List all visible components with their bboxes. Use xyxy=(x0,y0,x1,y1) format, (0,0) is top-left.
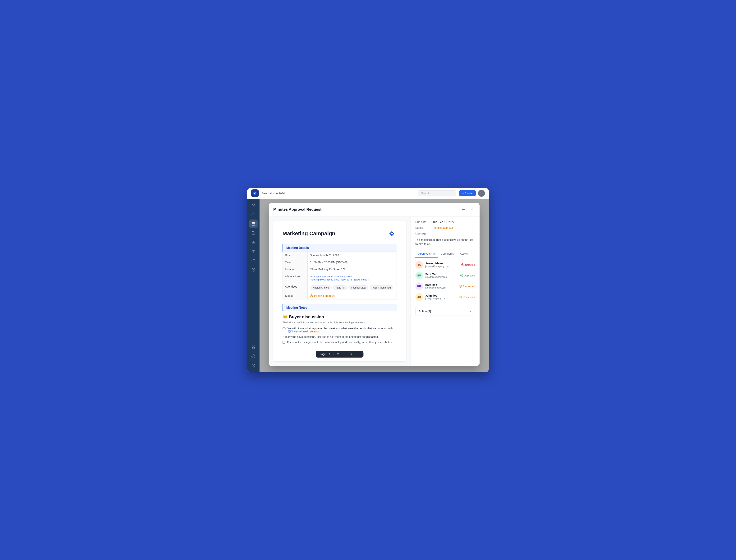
notes-subtitle: Start with a brief introduction and roun… xyxy=(283,321,397,324)
doc-page: Marketing Campaign Meeting Details xyxy=(273,221,406,361)
zoom-out-button[interactable]: − xyxy=(342,352,346,356)
attendee-badge: Fatima Faisal xyxy=(349,285,368,290)
table-row: Location Office, Building 13, Street 266 xyxy=(283,266,397,273)
approver-status: Rejected xyxy=(461,263,475,266)
app-logo xyxy=(251,189,259,197)
modal-header-actions: ••• × xyxy=(460,206,475,213)
message-text: This meeting's purpose is to follow up o… xyxy=(411,238,479,250)
zoom-in-button[interactable]: + xyxy=(356,352,360,356)
requested-icon: ? xyxy=(459,285,462,288)
sidebar-item-calendar[interactable] xyxy=(249,220,258,228)
top-bar-actions: + Create U xyxy=(459,190,485,197)
sidebar-item-clock[interactable] xyxy=(249,266,258,274)
approver-name: John doe xyxy=(425,294,456,297)
approver-info: Sara Matt smatt@company.com xyxy=(425,273,458,278)
bullet-item: • If anyone have questions, feel free to… xyxy=(283,335,397,339)
approver-info: James Adams jadams@company.com xyxy=(425,262,459,268)
status-value: Pending approval xyxy=(432,226,453,229)
sidebar-item-help[interactable] xyxy=(249,361,258,370)
svg-text:?: ? xyxy=(460,285,461,287)
svg-text:?: ? xyxy=(460,296,461,298)
page-total: 2 xyxy=(337,353,339,356)
svg-point-20 xyxy=(350,353,352,355)
user-avatar[interactable]: U xyxy=(478,190,485,197)
svg-rect-0 xyxy=(252,214,255,216)
sidebar-item-grid[interactable] xyxy=(249,343,258,351)
modal-overlay: Minutes Approval Request ••• × xyxy=(260,199,489,372)
sidebar-item-settings[interactable] xyxy=(249,352,258,361)
svg-rect-15 xyxy=(252,347,253,349)
approver-email: jadams@company.com xyxy=(425,265,459,268)
svg-point-16 xyxy=(253,356,254,357)
table-row: adam.ai Link https://platform.adam.ai/me… xyxy=(283,273,397,283)
approved-icon xyxy=(460,274,463,277)
sidebar-item-chart[interactable] xyxy=(249,238,258,246)
sidebar-item-filter[interactable] xyxy=(249,247,258,256)
chevron-down-icon xyxy=(469,310,472,313)
approver-avatar: KR xyxy=(415,282,423,290)
doc-title: Marketing Campaign xyxy=(283,230,335,237)
requested-icon: ? xyxy=(459,295,462,299)
doc-header: Marketing Campaign xyxy=(283,230,397,238)
approver-email: jdoe@company.com xyxy=(425,297,456,300)
approver-item: KR Kate Rob krob@company.com ? xyxy=(415,282,475,290)
action-header[interactable]: Action (2) xyxy=(415,307,475,316)
time-badge: 30 mins xyxy=(309,330,320,333)
table-row: Date Sunday, March 23, 2023 xyxy=(283,252,397,259)
panel-tabs: Approvers (4) Comments Activity xyxy=(411,249,479,258)
attendee-badge: Fahd Ali xyxy=(333,285,347,290)
approver-status: ? Requested xyxy=(459,295,475,299)
document-area: Marketing Campaign Meeting Details xyxy=(269,217,410,366)
sidebar-item-tasks[interactable] xyxy=(249,229,258,237)
adam-link[interactable]: https://platform.adam.ai/meetings/room?m… xyxy=(310,275,369,281)
message-row: Message xyxy=(415,232,475,235)
status-label: Status xyxy=(415,226,432,229)
page-label: Page xyxy=(320,353,326,356)
checkbox-icon[interactable] xyxy=(283,341,285,344)
meeting-details-header: Meeting Details xyxy=(283,244,397,252)
bullet-icon: • xyxy=(283,335,284,339)
notes-title: 🤝 Buyer discussion xyxy=(283,314,397,319)
approver-name: Sara Matt xyxy=(425,273,458,276)
search-input[interactable]: Search xyxy=(418,190,456,196)
modal-title: Minutes Approval Request xyxy=(273,207,460,212)
right-panel: Due date Tue, Feb 16, 2022 Status Pendin… xyxy=(410,217,479,366)
approver-name: James Adams xyxy=(425,262,459,265)
approver-info: John doe jdoe@company.com xyxy=(425,294,456,300)
app-frame: Saudi Vision 2030 Search + Create U xyxy=(247,188,489,372)
due-date-value: Tue, Feb 16, 2022 xyxy=(432,220,454,224)
zoom-fit-button[interactable] xyxy=(349,352,353,356)
approver-info: Kate Rob krob@company.com xyxy=(425,283,456,289)
svg-rect-12 xyxy=(252,346,253,347)
tab-activity[interactable]: Activity xyxy=(457,249,471,258)
create-button[interactable]: + Create xyxy=(459,190,476,196)
sidebar-item-folder[interactable] xyxy=(249,256,258,265)
tab-comments[interactable]: Comments xyxy=(438,249,457,258)
tab-approvers[interactable]: Approvers (4) xyxy=(415,249,438,258)
svg-point-25 xyxy=(460,274,463,277)
sidebar-item-briefcase[interactable] xyxy=(249,210,258,219)
svg-line-21 xyxy=(351,354,352,355)
more-options-button[interactable]: ••• xyxy=(460,206,466,213)
approver-status: ? Requested xyxy=(459,285,475,288)
status-badge: Pending approval xyxy=(310,294,394,297)
approver-item: SM Sara Matt smatt@company.com xyxy=(415,272,475,279)
action-label: Action (2) xyxy=(418,310,431,313)
close-modal-button[interactable]: × xyxy=(469,206,475,213)
attendee-badge: Jasim Mohamed xyxy=(370,285,393,290)
message-label: Message xyxy=(415,232,432,235)
meeting-details-table: Date Sunday, March 23, 2023 Time 01:00 P… xyxy=(283,252,397,299)
sidebar-item-home[interactable] xyxy=(249,201,258,210)
content-area: Minutes Approval Request ••• × xyxy=(260,199,489,372)
brand-logo-icon xyxy=(387,230,397,238)
sidebar xyxy=(247,199,260,372)
table-row: Attendees Khaled Ahmed Fahd Ali Fatima F… xyxy=(283,283,397,292)
checkbox-item: Focus of the design should be on functio… xyxy=(283,341,397,344)
page-bar: Page 1 / 2 − xyxy=(316,351,364,358)
approver-avatar: SM xyxy=(415,272,423,279)
notes-header: Meeting Notes xyxy=(283,304,397,311)
approver-name: Kate Rob xyxy=(425,283,456,286)
svg-rect-14 xyxy=(254,347,255,349)
modal-body: Marketing Campaign Meeting Details xyxy=(269,217,479,366)
page-separator: / xyxy=(334,353,334,356)
